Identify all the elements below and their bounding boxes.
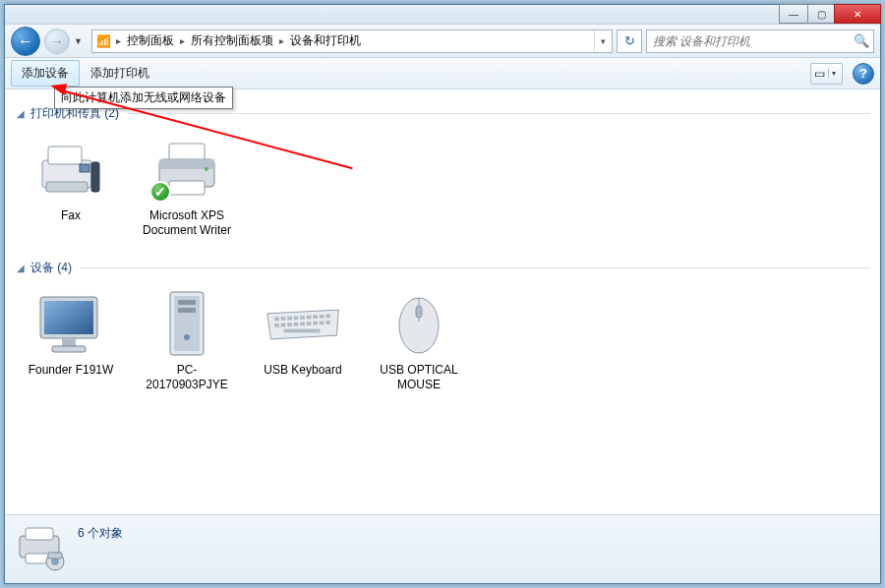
svg-rect-14 [52, 346, 86, 352]
breadcrumb-item-devices-printers[interactable]: 设备和打印机 [286, 32, 365, 49]
tooltip: 向此计算机添加无线或网络设备 [54, 87, 233, 109]
search-input[interactable] [647, 34, 850, 48]
svg-rect-18 [178, 308, 196, 313]
svg-rect-30 [281, 323, 286, 327]
svg-rect-27 [320, 315, 324, 319]
svg-rect-24 [300, 316, 305, 320]
address-dropdown[interactable]: ▾ [594, 30, 612, 52]
forward-arrow-icon: → [50, 33, 64, 49]
svg-rect-1 [48, 147, 82, 164]
object-count-label: 6 个对象 [78, 521, 123, 542]
titlebar: — ▢ ✕ [5, 5, 880, 25]
monitor-icon [31, 290, 110, 359]
explorer-window: — ▢ ✕ ← → ▼ 📶 ▸ 控制面板 ▸ 所有控制面板项 ▸ 设备和打印机 … [4, 4, 881, 584]
breadcrumb-sep[interactable]: ▸ [114, 35, 123, 46]
group-title: 设备 (4) [30, 260, 72, 276]
details-pane-icon [15, 521, 70, 576]
device-label: PC-20170903PJYE [139, 363, 235, 392]
svg-rect-21 [281, 317, 286, 321]
breadcrumb-sep[interactable]: ▸ [277, 35, 286, 46]
svg-rect-4 [91, 162, 99, 192]
fax-icon [31, 136, 110, 205]
svg-rect-3 [80, 164, 89, 172]
svg-rect-5 [169, 144, 205, 161]
add-device-button[interactable]: 添加设备 [11, 60, 80, 87]
content-area: ◢ 打印机和传真 (2) Fax [5, 89, 880, 514]
svg-rect-17 [178, 300, 196, 305]
group-divider [80, 267, 870, 268]
refresh-button[interactable]: ↻ [617, 29, 642, 53]
breadcrumb-item-all-items[interactable]: 所有控制面板项 [187, 32, 277, 49]
group-header-devices[interactable]: ◢ 设备 (4) [17, 260, 870, 276]
nav-forward-button[interactable]: → [44, 29, 70, 54]
svg-rect-37 [325, 321, 330, 324]
navigation-bar: ← → ▼ 📶 ▸ 控制面板 ▸ 所有控制面板项 ▸ 设备和打印机 ▾ ↻ 🔍 [5, 25, 880, 58]
collapse-icon: ◢ [17, 263, 27, 273]
close-button[interactable]: ✕ [834, 4, 881, 24]
breadcrumb-sep[interactable]: ▸ [178, 35, 187, 46]
svg-rect-34 [307, 322, 312, 325]
devices-items: Founder F191W PC-20170903PJYE [15, 282, 870, 400]
svg-rect-25 [307, 316, 312, 320]
svg-rect-35 [313, 322, 318, 325]
chevron-down-icon: ▾ [828, 69, 839, 78]
back-arrow-icon: ← [18, 32, 33, 50]
device-label: USB OPTICAL MOUSE [371, 363, 467, 392]
svg-rect-42 [26, 528, 53, 540]
printers-items: Fax ✓ Microsoft XPS Document Writer [15, 128, 870, 246]
group-divider [127, 113, 870, 114]
device-item-keyboard[interactable]: USB Keyboard [253, 282, 353, 400]
device-item-xps-writer[interactable]: ✓ Microsoft XPS Document Writer [137, 128, 237, 246]
device-item-monitor[interactable]: Founder F191W [21, 282, 121, 400]
breadcrumb-item-control-panel[interactable]: 控制面板 [123, 32, 178, 49]
svg-rect-13 [62, 338, 76, 346]
nav-back-button[interactable]: ← [11, 27, 40, 56]
help-icon: ? [859, 66, 867, 81]
svg-rect-29 [274, 323, 279, 327]
search-box[interactable]: 🔍 [646, 29, 874, 53]
device-label: USB Keyboard [264, 363, 341, 378]
nav-history-dropdown[interactable]: ▼ [74, 36, 88, 46]
svg-rect-33 [300, 323, 305, 326]
svg-rect-38 [283, 329, 320, 333]
view-options-button[interactable]: ▭ ▾ [810, 63, 843, 85]
device-label: Microsoft XPS Document Writer [139, 208, 235, 238]
svg-rect-36 [320, 321, 324, 324]
collapse-icon: ◢ [17, 108, 27, 119]
svg-rect-26 [313, 315, 318, 319]
svg-rect-32 [294, 323, 299, 326]
help-button[interactable]: ? [853, 63, 874, 85]
add-printer-button[interactable]: 添加打印机 [80, 60, 160, 87]
svg-rect-2 [46, 182, 88, 192]
printer-icon: ✓ [148, 136, 226, 205]
default-check-icon: ✓ [149, 181, 171, 203]
keyboard-icon [264, 290, 342, 359]
device-item-pc[interactable]: PC-20170903PJYE [137, 282, 237, 400]
svg-rect-12 [44, 301, 93, 334]
svg-rect-40 [416, 306, 422, 318]
svg-rect-22 [287, 317, 292, 321]
view-icon: ▭ [814, 67, 825, 81]
svg-rect-8 [169, 181, 205, 195]
svg-rect-31 [287, 323, 292, 326]
svg-rect-20 [274, 318, 279, 322]
device-item-mouse[interactable]: USB OPTICAL MOUSE [369, 282, 469, 400]
search-icon[interactable]: 🔍 [850, 33, 873, 48]
svg-point-19 [184, 334, 190, 340]
svg-rect-28 [325, 315, 330, 319]
window-controls: — ▢ ✕ [780, 4, 881, 24]
address-bar[interactable]: 📶 ▸ 控制面板 ▸ 所有控制面板项 ▸ 设备和打印机 ▾ [91, 29, 613, 53]
svg-point-9 [205, 167, 208, 171]
command-bar: 添加设备 添加打印机 向此计算机添加无线或网络设备 ▭ ▾ ? [5, 58, 880, 89]
device-label: Founder F191W [29, 363, 114, 378]
mouse-icon [380, 290, 458, 359]
computer-tower-icon [148, 290, 226, 359]
refresh-icon: ↻ [624, 33, 635, 48]
details-pane: 6 个对象 [5, 514, 880, 583]
location-icon: 📶 [92, 34, 114, 48]
svg-rect-46 [48, 553, 62, 559]
device-label: Fax [61, 208, 81, 223]
device-item-fax[interactable]: Fax [21, 128, 121, 246]
maximize-button[interactable]: ▢ [807, 4, 835, 24]
minimize-button[interactable]: — [779, 4, 808, 24]
